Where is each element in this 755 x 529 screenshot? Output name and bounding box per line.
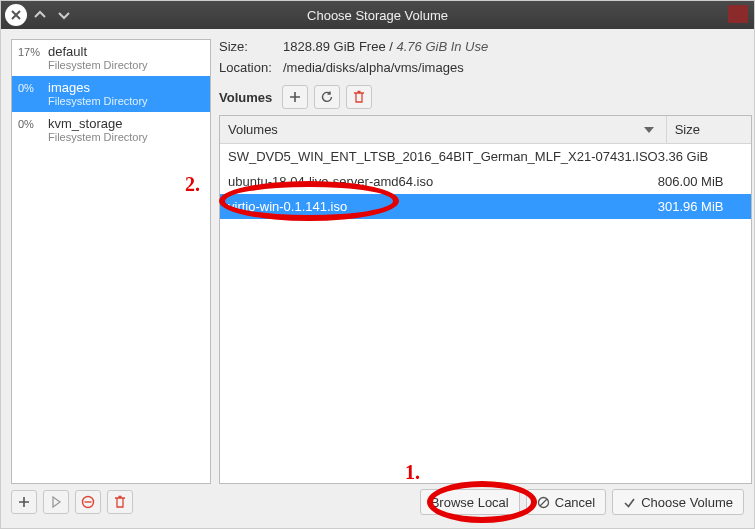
volume-name: SW_DVD5_WIN_ENT_LTSB_2016_64BIT_German_M… <box>228 149 658 164</box>
volumes-toolbar: Volumes <box>219 85 752 109</box>
refresh-volumes-button[interactable] <box>314 85 340 109</box>
location-row: Location: /media/disks/alpha/vms/images <box>219 60 752 75</box>
main-panel: Size: 1828.89 GiB Free / 4.76 GiB In Use… <box>219 39 752 484</box>
delete-pool-button[interactable] <box>107 490 133 514</box>
add-volume-button[interactable] <box>282 85 308 109</box>
title-bar: Choose Storage Volume <box>1 1 754 29</box>
location-value: /media/disks/alpha/vms/images <box>283 60 464 75</box>
window-up-icon[interactable] <box>29 4 51 26</box>
size-row: Size: 1828.89 GiB Free / 4.76 GiB In Use <box>219 39 752 54</box>
stop-pool-button[interactable] <box>75 490 101 514</box>
pool-sub: Filesystem Directory <box>48 59 148 72</box>
size-label: Size: <box>219 39 283 54</box>
app-icon <box>728 5 748 23</box>
pool-name: images <box>48 80 148 95</box>
volume-row[interactable]: virtio-win-0.1.141.iso301.96 MiB <box>220 194 751 219</box>
volume-size: 3.36 GiB <box>658 149 743 164</box>
dialog-window: Choose Storage Volume 17%defaultFilesyst… <box>0 0 755 529</box>
volume-name: ubuntu-18.04-live-server-amd64.iso <box>228 174 658 189</box>
location-label: Location: <box>219 60 283 75</box>
pool-sub: Filesystem Directory <box>48 95 148 108</box>
window-title: Choose Storage Volume <box>1 8 754 23</box>
pool-name: kvm_storage <box>48 116 148 131</box>
pool-name: default <box>48 44 148 59</box>
volume-row[interactable]: SW_DVD5_WIN_ENT_LTSB_2016_64BIT_German_M… <box>220 144 751 169</box>
pool-item[interactable]: 0%imagesFilesystem Directory <box>12 76 210 112</box>
pool-percent: 0% <box>18 116 48 130</box>
check-icon <box>623 496 636 509</box>
pool-percent: 0% <box>18 80 48 94</box>
volumes-label: Volumes <box>219 90 272 105</box>
start-pool-button[interactable] <box>43 490 69 514</box>
storage-pool-list[interactable]: 17%defaultFilesystem Directory0%imagesFi… <box>11 39 211 484</box>
volume-size: 301.96 MiB <box>658 199 743 214</box>
pool-item[interactable]: 17%defaultFilesystem Directory <box>12 40 210 76</box>
add-pool-button[interactable] <box>11 490 37 514</box>
volumes-table-header[interactable]: Volumes Size <box>220 116 751 144</box>
header-volumes[interactable]: Volumes <box>220 116 666 143</box>
size-in-use: 4.76 GiB In Use <box>396 39 488 54</box>
close-icon[interactable] <box>5 4 27 26</box>
size-free: 1828.89 GiB Free <box>283 39 386 54</box>
window-down-icon[interactable] <box>53 4 75 26</box>
choose-volume-button[interactable]: Choose Volume <box>612 489 744 515</box>
volume-size: 806.00 MiB <box>658 174 743 189</box>
delete-volume-button[interactable] <box>346 85 372 109</box>
browse-local-button[interactable]: Browse Local <box>420 489 520 515</box>
storage-pool-panel: 17%defaultFilesystem Directory0%imagesFi… <box>11 39 211 484</box>
size-value: 1828.89 GiB Free / 4.76 GiB In Use <box>283 39 488 54</box>
volume-row[interactable]: ubuntu-18.04-live-server-amd64.iso806.00… <box>220 169 751 194</box>
cancel-button[interactable]: Cancel <box>526 489 606 515</box>
sort-indicator-icon <box>644 127 654 133</box>
header-size[interactable]: Size <box>666 116 751 143</box>
volume-name: virtio-win-0.1.141.iso <box>228 199 658 214</box>
bottom-bar: Browse Local Cancel Choose Volume <box>1 484 754 528</box>
volumes-rows[interactable]: SW_DVD5_WIN_ENT_LTSB_2016_64BIT_German_M… <box>220 144 751 483</box>
volumes-table: Volumes Size SW_DVD5_WIN_ENT_LTSB_2016_6… <box>219 115 752 484</box>
cancel-icon <box>537 496 550 509</box>
pool-item[interactable]: 0%kvm_storageFilesystem Directory <box>12 112 210 148</box>
pool-percent: 17% <box>18 44 48 58</box>
pool-sub: Filesystem Directory <box>48 131 148 144</box>
